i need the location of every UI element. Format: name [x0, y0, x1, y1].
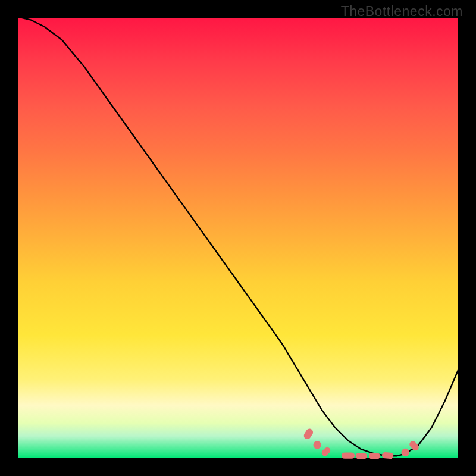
marker-dot-1 [314, 441, 321, 449]
marker-bar-6 [382, 452, 394, 459]
marker-layer [302, 427, 420, 459]
marker-dot-7 [402, 449, 409, 456]
marker-bar-0 [302, 427, 314, 440]
marker-bar-3 [342, 452, 355, 458]
curve-layer [22, 18, 458, 456]
marker-bar-5 [369, 453, 380, 459]
series-bottleneck-curve [22, 18, 458, 456]
marker-bar-4 [356, 453, 367, 459]
chart-frame: TheBottleneck.com [0, 0, 476, 476]
marker-bar-2 [321, 446, 332, 457]
chart-svg [0, 0, 476, 476]
